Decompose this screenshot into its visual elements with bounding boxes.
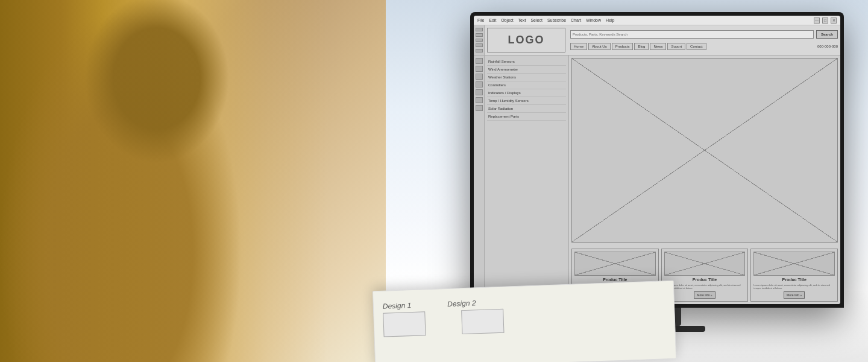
- tool-5[interactable]: [476, 49, 483, 52]
- sidebar-item-6[interactable]: Solar Radiation: [487, 105, 566, 113]
- nav-products[interactable]: Products: [612, 43, 634, 50]
- search-input[interactable]: Products, Parts, Keywords Search: [570, 30, 814, 39]
- product-title-1: Produc Title: [664, 278, 746, 282]
- wireframe-toolbar: [474, 25, 485, 55]
- tool-1[interactable]: [476, 28, 483, 31]
- hero-image-placeholder: [571, 58, 838, 243]
- menu-select[interactable]: Select: [530, 18, 542, 22]
- menu-bar: File Edit Object Text Select Subscribe C…: [474, 16, 840, 25]
- sidebar-item-1[interactable]: Wind Anemometer: [487, 66, 566, 74]
- wireframe-body: Rainfall Sensors Wind Anemometer Weather…: [474, 56, 840, 304]
- design1-label: Design 1: [383, 301, 412, 311]
- wireframe-search-nav: Products, Parts, Keywords Search Search …: [568, 25, 840, 55]
- close-button[interactable]: ✕: [831, 17, 837, 24]
- tool-3[interactable]: [476, 39, 483, 42]
- monitor: File Edit Object Text Select Subscribe C…: [470, 12, 844, 326]
- wireframe-logo: LOGO: [487, 28, 565, 52]
- screen-content: File Edit Object Text Select Subscribe C…: [474, 16, 840, 304]
- nav-phone: 000-000-000: [817, 45, 838, 48]
- product-card-2: Produc Title Lorem ipsum dolor sit amet,…: [750, 249, 838, 302]
- tool-11[interactable]: [476, 97, 483, 103]
- wireframe-content: Produc Title Lorem ipsum dolor sit amet,…: [569, 56, 840, 304]
- logo-text: LOGO: [508, 34, 545, 46]
- menu-window[interactable]: Window: [586, 18, 601, 22]
- sidebar-item-3[interactable]: Controllers: [487, 81, 566, 89]
- nav-support[interactable]: Suport: [667, 43, 685, 50]
- tool-12[interactable]: [476, 105, 483, 111]
- monitor-frame: File Edit Object Text Select Subscribe C…: [470, 12, 844, 308]
- wireframe-toolbar-2: [474, 56, 485, 304]
- tool-10[interactable]: [476, 89, 483, 95]
- nav-bar: Home About Us Products Blog News Suport …: [570, 43, 838, 50]
- nav-about[interactable]: About Us: [588, 43, 611, 50]
- product-image-1: [664, 252, 746, 276]
- product-desc-2: Lorem ipsum dolor sit amet, consectetur …: [753, 284, 835, 290]
- design2-box: [461, 309, 504, 334]
- tool-6[interactable]: [476, 58, 483, 64]
- minimize-button[interactable]: —: [814, 17, 820, 24]
- more-info-button-1[interactable]: More Info »: [694, 291, 715, 299]
- product-image-2: [753, 252, 835, 276]
- tool-9[interactable]: [476, 81, 483, 87]
- more-info-button-2[interactable]: More Info »: [784, 291, 805, 299]
- wireframe-header: LOGO Products, Parts, Keywords Search Se…: [474, 25, 840, 56]
- menu-help[interactable]: Help: [606, 18, 614, 22]
- sidebar-item-5[interactable]: Temp / Humidity Sensors: [487, 97, 566, 105]
- search-button[interactable]: Search: [816, 30, 838, 39]
- menu-edit[interactable]: Edit: [489, 18, 496, 22]
- design1-box: [383, 311, 426, 337]
- product-image-0: [574, 252, 656, 276]
- sidebar-item-7[interactable]: Replacement Parts: [487, 113, 566, 121]
- menu-subscribe[interactable]: Subscribe: [547, 18, 566, 22]
- product-desc-1: Lorem ipsum dolor sit amet, consectetur …: [664, 284, 746, 290]
- monitor-screen: File Edit Object Text Select Subscribe C…: [474, 16, 840, 304]
- sidebar-item-0[interactable]: Rainfall Sensors: [487, 58, 566, 66]
- tool-8[interactable]: [476, 74, 483, 80]
- window-controls: — □ ✕: [814, 17, 837, 24]
- menu-text[interactable]: Text: [518, 18, 526, 22]
- nav-news[interactable]: News: [650, 43, 666, 50]
- design2-label: Design 2: [447, 299, 476, 308]
- menu-chart[interactable]: Chart: [571, 18, 581, 22]
- maximize-button[interactable]: □: [822, 17, 828, 24]
- tool-7[interactable]: [476, 66, 483, 72]
- menu-file[interactable]: File: [477, 18, 484, 22]
- sidebar-item-2[interactable]: Weather Stations: [487, 74, 566, 81]
- product-title-2: Produc Title: [753, 278, 835, 282]
- scene: File Edit Object Text Select Subscribe C…: [0, 0, 868, 362]
- person-background: [0, 0, 410, 362]
- nav-blog[interactable]: Blog: [634, 43, 649, 50]
- search-row: Products, Parts, Keywords Search Search: [570, 30, 838, 39]
- menu-object[interactable]: Object: [501, 18, 513, 22]
- wireframe-main: LOGO Products, Parts, Keywords Search Se…: [474, 25, 840, 304]
- tool-4[interactable]: [476, 43, 483, 47]
- paper-designs: Design 1 Design 2: [373, 281, 676, 362]
- tool-2[interactable]: [476, 33, 483, 37]
- sidebar-item-4[interactable]: Indicators / Displays: [487, 89, 566, 97]
- nav-home[interactable]: Home: [570, 43, 587, 50]
- wireframe-sidebar: Rainfall Sensors Wind Anemometer Weather…: [485, 56, 569, 304]
- nav-contact[interactable]: Contact: [687, 43, 706, 50]
